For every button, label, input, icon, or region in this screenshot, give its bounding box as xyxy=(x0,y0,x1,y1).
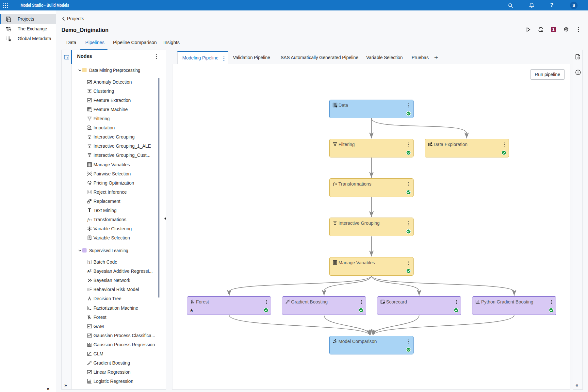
svg-text:Σ: Σ xyxy=(90,269,92,272)
svg-text:f: f xyxy=(333,181,335,186)
svg-text:j: j xyxy=(89,261,90,264)
svg-text:f: f xyxy=(88,217,90,222)
